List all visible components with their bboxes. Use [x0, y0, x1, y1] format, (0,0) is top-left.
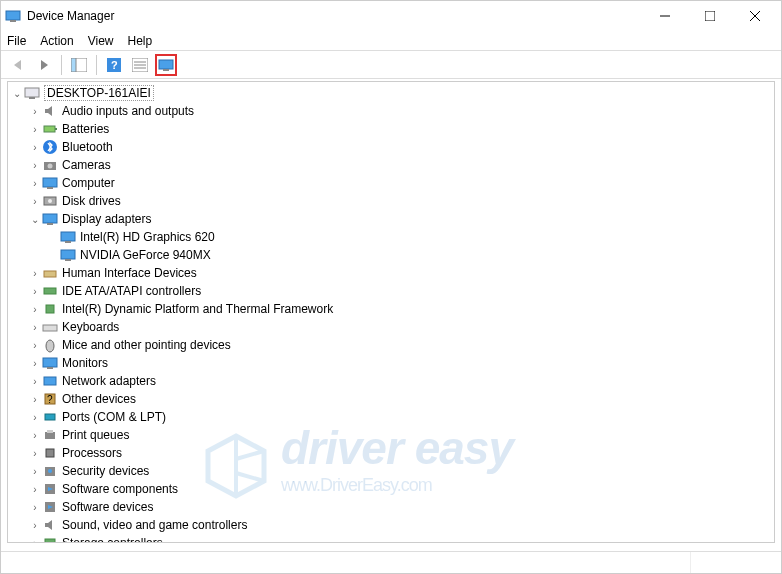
expand-arrow-icon[interactable]: ›: [28, 142, 42, 153]
tree-category-ports-com-lpt[interactable]: ›Ports (COM & LPT): [10, 408, 772, 426]
menu-action[interactable]: Action: [40, 34, 73, 48]
tree-category-bluetooth[interactable]: ›Bluetooth: [10, 138, 772, 156]
tree-category-sound-video-and-game-controllers[interactable]: ›Sound, video and game controllers: [10, 516, 772, 534]
tree-category-disk-drives[interactable]: ›Disk drives: [10, 192, 772, 210]
expand-arrow-icon[interactable]: ›: [28, 466, 42, 477]
expand-arrow-icon[interactable]: ›: [28, 520, 42, 531]
tree-category-keyboards[interactable]: ›Keyboards: [10, 318, 772, 336]
expand-arrow-icon[interactable]: ›: [28, 358, 42, 369]
software-icon: [42, 499, 58, 515]
svg-rect-30: [43, 214, 57, 223]
tree-category-monitors[interactable]: ›Monitors: [10, 354, 772, 372]
tree-category-computer[interactable]: ›Computer: [10, 174, 772, 192]
tree-label: Other devices: [62, 392, 136, 406]
svg-point-25: [48, 164, 53, 169]
close-button[interactable]: [732, 2, 777, 30]
expand-arrow-icon[interactable]: ›: [28, 286, 42, 297]
monitor-icon: [60, 247, 76, 263]
tree-scroll[interactable]: ⌄DESKTOP-161AIEI›Audio inputs and output…: [8, 82, 774, 542]
svg-rect-35: [65, 259, 71, 261]
tree-category-software-components[interactable]: ›Software components: [10, 480, 772, 498]
expand-arrow-icon[interactable]: ›: [28, 178, 42, 189]
software-icon: [42, 481, 58, 497]
tree-category-software-devices[interactable]: ›Software devices: [10, 498, 772, 516]
tree-label: Bluetooth: [62, 140, 113, 154]
collapse-arrow-icon[interactable]: ⌄: [28, 214, 42, 225]
hid-icon: [42, 265, 58, 281]
expand-arrow-icon[interactable]: ›: [28, 538, 42, 543]
tree-label: Intel(R) Dynamic Platform and Thermal Fr…: [62, 302, 333, 316]
tree-label: Disk drives: [62, 194, 121, 208]
network-icon: [42, 373, 58, 389]
tree-category-security-devices[interactable]: ›Security devices: [10, 462, 772, 480]
tree-category-cameras[interactable]: ›Cameras: [10, 156, 772, 174]
svg-rect-18: [25, 88, 39, 97]
expand-arrow-icon[interactable]: ›: [28, 448, 42, 459]
expand-arrow-icon[interactable]: ›: [28, 160, 42, 171]
minimize-button[interactable]: [642, 2, 687, 30]
expand-arrow-icon[interactable]: ›: [28, 412, 42, 423]
menu-file[interactable]: File: [7, 34, 26, 48]
expand-arrow-icon[interactable]: ›: [28, 502, 42, 513]
expand-arrow-icon[interactable]: ›: [28, 124, 42, 135]
tree-category-audio-inputs-and-outputs[interactable]: ›Audio inputs and outputs: [10, 102, 772, 120]
tree-category-network-adapters[interactable]: ›Network adapters: [10, 372, 772, 390]
forward-button[interactable]: [33, 54, 55, 76]
svg-rect-1: [10, 20, 16, 22]
tree-category-mice-and-other-pointing-devices[interactable]: ›Mice and other pointing devices: [10, 336, 772, 354]
svg-marker-20: [45, 106, 52, 116]
expand-arrow-icon[interactable]: ›: [28, 394, 42, 405]
expand-arrow-icon[interactable]: ›: [28, 376, 42, 387]
action-menu-button[interactable]: [129, 54, 151, 76]
tree-category-print-queues[interactable]: ›Print queues: [10, 426, 772, 444]
expand-arrow-icon[interactable]: ›: [28, 322, 42, 333]
maximize-button[interactable]: [687, 2, 732, 30]
tree-label: IDE ATA/ATAPI controllers: [62, 284, 201, 298]
svg-rect-3: [705, 11, 715, 21]
collapse-arrow-icon[interactable]: ⌄: [10, 88, 24, 99]
monitor-icon: [42, 211, 58, 227]
back-button[interactable]: [7, 54, 29, 76]
status-panel-left: [1, 552, 691, 573]
expand-arrow-icon[interactable]: ›: [28, 304, 42, 315]
svg-rect-19: [29, 97, 35, 99]
expand-arrow-icon[interactable]: ›: [28, 106, 42, 117]
tree-label: DESKTOP-161AIEI: [44, 85, 154, 101]
tree-category-intel-r-dynamic-platform-and-thermal-framework[interactable]: ›Intel(R) Dynamic Platform and Thermal F…: [10, 300, 772, 318]
tree-root[interactable]: ⌄DESKTOP-161AIEI: [10, 84, 772, 102]
svg-rect-27: [47, 187, 53, 189]
expand-arrow-icon[interactable]: ›: [28, 484, 42, 495]
show-hide-tree-button[interactable]: [68, 54, 90, 76]
expand-arrow-icon[interactable]: ›: [28, 196, 42, 207]
expand-arrow-icon[interactable]: ›: [28, 430, 42, 441]
help-button[interactable]: ?: [103, 54, 125, 76]
mouse-icon: [42, 337, 58, 353]
tree-label: Security devices: [62, 464, 149, 478]
svg-rect-36: [44, 271, 56, 277]
tree-category-batteries[interactable]: ›Batteries: [10, 120, 772, 138]
svg-rect-21: [44, 126, 55, 132]
tree-label: Monitors: [62, 356, 108, 370]
expand-arrow-icon[interactable]: ›: [28, 268, 42, 279]
tree-label: Network adapters: [62, 374, 156, 388]
scan-hardware-button[interactable]: [155, 54, 177, 76]
tree-category-human-interface-devices[interactable]: ›Human Interface Devices: [10, 264, 772, 282]
keyboard-icon: [42, 319, 58, 335]
expand-arrow-icon[interactable]: ›: [28, 340, 42, 351]
chip-icon: [42, 301, 58, 317]
tree-category-other-devices[interactable]: ›?Other devices: [10, 390, 772, 408]
tree-category-storage-controllers[interactable]: ›Storage controllers: [10, 534, 772, 542]
ide-icon: [42, 283, 58, 299]
tree-category-display-adapters[interactable]: ⌄Display adapters: [10, 210, 772, 228]
menu-view[interactable]: View: [88, 34, 114, 48]
tree-category-processors[interactable]: ›Processors: [10, 444, 772, 462]
toolbar-separator: [96, 55, 97, 75]
tree-device-intel-r-hd-graphics-620[interactable]: Intel(R) HD Graphics 620: [10, 228, 772, 246]
tree-device-nvidia-geforce-940mx[interactable]: NVIDIA GeForce 940MX: [10, 246, 772, 264]
toolbar-separator: [61, 55, 62, 75]
tree-label: Display adapters: [62, 212, 151, 226]
tree-category-ide-ata-atapi-controllers[interactable]: ›IDE ATA/ATAPI controllers: [10, 282, 772, 300]
svg-rect-39: [43, 325, 57, 331]
svg-marker-56: [45, 520, 52, 530]
menu-help[interactable]: Help: [128, 34, 153, 48]
